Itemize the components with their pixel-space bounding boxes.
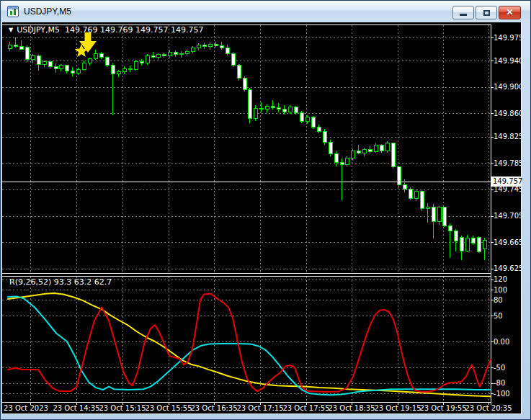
candle-down [105,58,109,66]
candle-down [442,207,446,226]
symbol-label-row: ▼USDJPY,M5 149.769 149.769 149.757 149.7… [9,25,203,35]
candle-down [248,89,251,118]
svg-text:23 Oct 17:55: 23 Oct 17:55 [282,404,329,412]
svg-text:23 Oct 19:15: 23 Oct 19:15 [374,404,421,412]
candle-up [59,66,63,69]
svg-text:149.785: 149.785 [494,159,521,167]
title-bar[interactable]: USDJPY,M5 ✕ [1,1,530,22]
candle-down [237,66,241,79]
app-icon [7,6,19,17]
candle-down [334,153,338,162]
candle-down [19,47,23,50]
app-icon-candle [10,11,12,15]
candle-up [76,69,80,73]
bid-price-box: 149.757 [491,177,521,187]
candle-down [48,62,52,66]
candle-down [460,238,463,251]
candle-up [197,45,200,48]
svg-text:23 Oct 15:15: 23 Oct 15:15 [99,404,146,412]
candle-up [191,48,195,52]
app-icon-header [8,6,18,9]
candle-down [214,44,218,46]
candle-up [179,53,183,55]
candle-down [162,55,166,56]
window-title: USDJPY,M5 [24,1,71,22]
indicator-label: R(9,26,52) 93.3 63.2 62.7 [9,277,112,287]
svg-text:0.00: 0.00 [494,338,509,346]
svg-text:100: 100 [494,286,507,294]
candle-down [14,45,17,47]
svg-text:80: 80 [494,296,503,304]
candle-down [65,66,68,71]
candle-down [340,162,344,164]
pane-frames [2,24,494,405]
svg-text:-50: -50 [494,364,505,372]
candle-up [265,106,269,110]
candle-up [94,53,97,58]
svg-text:-100: -100 [494,390,510,398]
candle-down [271,106,275,107]
candle-down [409,189,412,199]
candle-down [420,192,424,209]
svg-text:149.975: 149.975 [494,34,521,42]
candle-down [151,56,155,58]
candle-down [317,128,321,132]
candle-up [385,143,389,151]
yellow-line [8,293,491,396]
candle-up [117,72,120,74]
red-line [8,294,491,392]
svg-text:23 Oct 18:35: 23 Oct 18:35 [328,404,375,412]
close-button[interactable]: ✕ [499,6,521,19]
candle-up [156,55,160,58]
candle-down [397,167,401,185]
candle-up [362,150,366,153]
restore-icon [483,10,490,16]
candle-down [477,238,481,251]
candle-down [380,145,383,151]
candle-down [226,48,229,53]
candle-down [282,110,286,112]
candle-down [231,53,235,66]
svg-text:149.625: 149.625 [494,264,521,272]
candle-up [185,51,189,53]
candle-up [8,45,12,49]
candle-up [82,63,86,69]
candle-up [254,108,257,119]
close-icon: ✕ [506,6,513,19]
minimize-button[interactable] [452,6,474,19]
svg-text:149.665: 149.665 [494,238,521,246]
minimize-icon [460,14,467,16]
candle-down [140,62,143,63]
candle-down [277,107,280,110]
candle-up [374,145,378,151]
svg-text:149.745: 149.745 [494,185,521,193]
svg-text:23 Oct 20:35: 23 Oct 20:35 [465,404,512,412]
svg-text:149.860: 149.860 [494,110,521,117]
svg-text:23 Oct 17:15: 23 Oct 17:15 [236,404,283,412]
svg-text:149.940: 149.940 [494,57,521,65]
candle-up [134,62,138,70]
chevron-down-icon[interactable]: ▼ [9,27,13,33]
restore-button[interactable] [476,6,497,19]
candle-down [202,45,206,47]
candle-up [483,241,486,249]
candle-up [88,58,92,63]
candle-down [71,71,74,73]
candle-down [220,46,223,48]
candle-down [368,150,372,152]
candle-up [414,192,418,199]
chart-window: USDJPY,M5 ✕ 149.975149.940149.900149.860… [0,0,531,420]
svg-text:23 Oct 19:55: 23 Oct 19:55 [419,404,466,412]
svg-text:120: 120 [494,275,507,283]
svg-text:-80: -80 [494,379,505,387]
candle-down [128,68,132,70]
candle-down [329,143,332,154]
candle-down [323,131,326,143]
candle-up [351,151,354,158]
chart-canvas[interactable]: 149.975149.940149.900149.860149.825149.7… [2,22,521,414]
candle-down [448,225,452,231]
ohlc-label: 149.769 149.769 149.757 149.757 [65,25,203,35]
svg-text:149.705: 149.705 [494,212,521,220]
candle-down [37,56,40,65]
chart-client-area: 149.975149.940149.900149.860149.825149.7… [2,22,521,414]
